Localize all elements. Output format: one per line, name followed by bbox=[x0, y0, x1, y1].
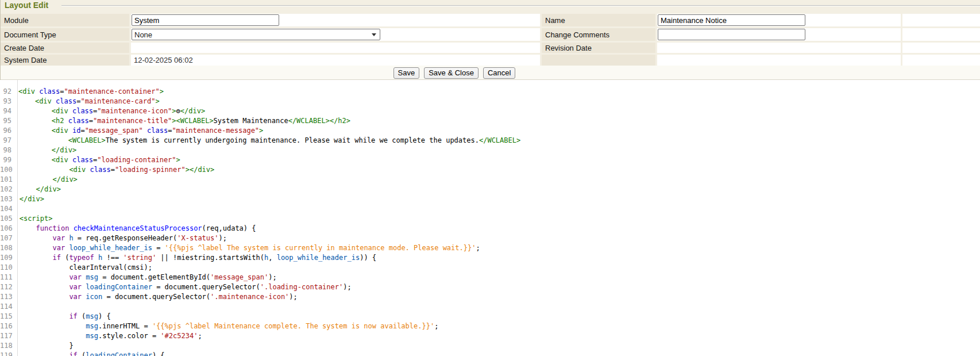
line-number: 112 bbox=[0, 282, 16, 292]
code-editor[interactable]: 92<div class="maintenance-container">93 … bbox=[0, 80, 980, 356]
change-comments-label: Change Comments bbox=[542, 28, 655, 41]
code-line[interactable]: 117 msg.style.color = '#2c5234'; bbox=[0, 331, 980, 341]
code-text: } bbox=[16, 341, 74, 351]
code-text: </div> bbox=[14, 146, 76, 155]
document-type-value-cell: None bbox=[131, 28, 540, 41]
code-line[interactable]: 113 var icon = document.querySelector('.… bbox=[0, 292, 980, 302]
code-line[interactable]: 101 </div> bbox=[0, 175, 980, 185]
cancel-button[interactable]: Cancel bbox=[483, 67, 515, 79]
code-line[interactable]: 108 var loop_while_header_is = '{{%pjs ^… bbox=[0, 243, 980, 253]
line-number: 95 bbox=[0, 116, 14, 126]
code-line[interactable]: 98 </div> bbox=[0, 146, 980, 155]
module-label: Module bbox=[1, 14, 129, 26]
code-text: function checkMaintenanceStatusProcessor… bbox=[16, 224, 256, 233]
line-number: 102 bbox=[0, 185, 16, 194]
code-text: </div> bbox=[16, 185, 61, 194]
document-type-select[interactable]: None bbox=[132, 29, 380, 40]
line-number: 116 bbox=[0, 321, 16, 331]
fieldset-legend-band: Layout Edit bbox=[1, 0, 980, 14]
spacer-cell bbox=[902, 55, 980, 66]
code-text: msg.style.color = '#2c5234'; bbox=[16, 331, 202, 341]
code-line[interactable]: 100 <div class="loading-spinner"></div> bbox=[0, 165, 980, 175]
code-line[interactable]: 114 bbox=[0, 302, 980, 312]
create-date-value bbox=[131, 43, 540, 53]
code-line[interactable]: 102 </div> bbox=[0, 185, 980, 194]
spacer-cell bbox=[902, 14, 980, 26]
change-comments-value-cell bbox=[657, 28, 901, 41]
code-text: msg.innerHTML = '{{%pjs ^label Maintenan… bbox=[16, 321, 439, 331]
create-date-label: Create Date bbox=[1, 43, 129, 53]
code-line[interactable]: 119 if (loadingContainer) { bbox=[0, 351, 980, 356]
spacer-cell bbox=[902, 43, 980, 53]
line-number: 115 bbox=[0, 312, 16, 321]
revision-date-label: Revision Date bbox=[542, 43, 655, 53]
code-text: if (msg) { bbox=[16, 312, 111, 321]
system-date-label: System Date bbox=[1, 55, 129, 66]
line-number: 114 bbox=[0, 302, 16, 312]
gutter-separator bbox=[17, 80, 18, 356]
code-text: <script> bbox=[16, 214, 53, 224]
code-line[interactable]: 110 clearInterval(cmsi); bbox=[0, 263, 980, 273]
line-number: 111 bbox=[0, 273, 16, 282]
change-comments-input[interactable] bbox=[658, 29, 805, 40]
code-line[interactable]: 103</div> bbox=[0, 194, 980, 204]
line-number: 117 bbox=[0, 331, 16, 341]
code-text: <div class="loading-spinner"></div> bbox=[16, 165, 215, 175]
code-line[interactable]: 93 <div class="maintenance-card"> bbox=[0, 97, 980, 106]
code-text: </div> bbox=[16, 194, 44, 204]
code-line[interactable]: 111 var msg = document.getElementById('m… bbox=[0, 273, 980, 282]
code-line[interactable]: 97 <WCLABEL>The system is currently unde… bbox=[0, 136, 980, 146]
code-text: var icon = document.querySelector('.main… bbox=[16, 292, 298, 302]
line-number: 93 bbox=[0, 97, 14, 106]
button-band: Save Save & Close Cancel bbox=[1, 66, 980, 80]
chevron-down-icon bbox=[372, 33, 376, 36]
code-text: <div class="loading-container"> bbox=[14, 155, 180, 165]
layout-edit-panel: Layout Edit Module Name Document Type No… bbox=[0, 0, 980, 80]
code-line[interactable]: 99 <div class="loading-container"> bbox=[0, 155, 980, 165]
line-number: 110 bbox=[0, 263, 16, 273]
code-line[interactable]: 107 var h = req.getResponseHeader('X-sta… bbox=[0, 233, 980, 243]
code-line[interactable]: 96 <div id="message_span" class="mainten… bbox=[0, 126, 980, 136]
code-line[interactable]: 92<div class="maintenance-container"> bbox=[0, 87, 980, 97]
code-line[interactable]: 118 } bbox=[0, 341, 980, 351]
code-text: <div class="maintenance-container"> bbox=[14, 87, 164, 97]
line-number: 107 bbox=[0, 233, 16, 243]
code-line[interactable]: 106 function checkMaintenanceStatusProce… bbox=[0, 224, 980, 233]
line-number: 108 bbox=[0, 243, 16, 253]
line-number: 101 bbox=[0, 175, 16, 185]
code-text: var loop_while_header_is = '{{%pjs ^labe… bbox=[16, 243, 480, 253]
line-number: 119 bbox=[0, 351, 16, 356]
document-type-label: Document Type bbox=[1, 28, 129, 41]
code-text: <WCLABEL>The system is currently undergo… bbox=[14, 136, 520, 146]
form-grid: Module Name Document Type None Change Co… bbox=[1, 14, 980, 66]
module-input[interactable] bbox=[132, 14, 279, 26]
code-text: <div class="maintenance-icon">⚙</div> bbox=[14, 106, 205, 116]
line-number: 94 bbox=[0, 106, 14, 116]
line-number: 118 bbox=[0, 341, 16, 351]
page-title: Layout Edit bbox=[5, 1, 48, 10]
code-line[interactable]: 115 if (msg) { bbox=[0, 312, 980, 321]
name-input[interactable] bbox=[658, 14, 805, 26]
system-date-value: 12-02-2025 06:02 bbox=[131, 55, 540, 66]
revision-date-value bbox=[657, 43, 901, 53]
code-text: clearInterval(cmsi); bbox=[16, 263, 152, 273]
line-number: 100 bbox=[0, 165, 16, 175]
code-line[interactable]: 95 <h2 class="maintenance-title"><WCLABE… bbox=[0, 116, 980, 126]
empty-label-cell bbox=[542, 55, 655, 66]
line-number: 113 bbox=[0, 292, 16, 302]
button-row: Save Save & Close Cancel bbox=[1, 66, 908, 80]
code-text: var h = req.getResponseHeader('X-status'… bbox=[16, 233, 227, 243]
code-line[interactable]: 105<script> bbox=[0, 214, 980, 224]
code-editor-lines: 92<div class="maintenance-container">93 … bbox=[0, 87, 980, 356]
code-line[interactable]: 94 <div class="maintenance-icon">⚙</div> bbox=[0, 106, 980, 116]
code-text: if (typeof h !== 'string' || !miestring.… bbox=[16, 253, 376, 263]
line-number: 104 bbox=[0, 204, 16, 214]
code-line[interactable]: 116 msg.innerHTML = '{{%pjs ^label Maint… bbox=[0, 321, 980, 331]
code-line[interactable]: 112 var loadingContainer = document.quer… bbox=[0, 282, 980, 292]
code-line[interactable]: 109 if (typeof h !== 'string' || !miestr… bbox=[0, 253, 980, 263]
save-button[interactable]: Save bbox=[393, 67, 420, 79]
code-line[interactable]: 104 bbox=[0, 204, 980, 214]
line-number: 99 bbox=[0, 155, 14, 165]
save-and-close-button[interactable]: Save & Close bbox=[424, 67, 479, 79]
fieldset-rule bbox=[61, 5, 980, 6]
